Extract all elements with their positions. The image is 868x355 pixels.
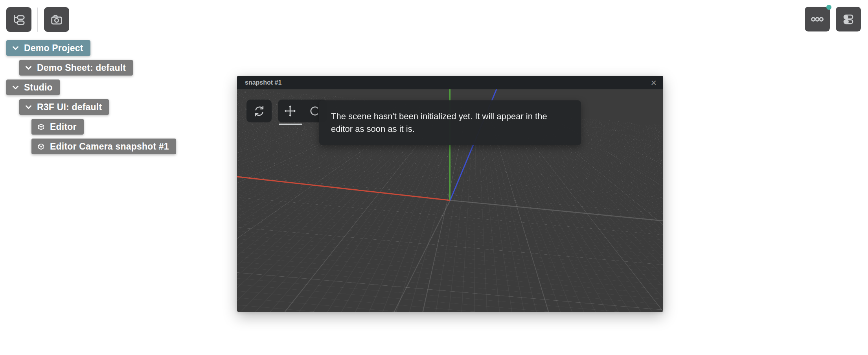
tree-item-label: R3F UI: default bbox=[37, 102, 102, 113]
refresh-button[interactable] bbox=[246, 100, 272, 122]
viewport-3d[interactable]: The scene hasn't been initialized yet. I… bbox=[237, 89, 663, 312]
tree-item-label: Demo Project bbox=[24, 43, 83, 54]
cube-icon bbox=[37, 123, 45, 131]
tree-item-label: Editor Camera snapshot #1 bbox=[50, 141, 169, 152]
chevron-down-icon bbox=[25, 105, 32, 109]
x-axis-line bbox=[237, 177, 450, 200]
panel-title: snapshot #1 bbox=[245, 79, 281, 86]
grid-major-line bbox=[450, 200, 663, 221]
scene-tooltip-text: The scene hasn't been initialized yet. I… bbox=[331, 111, 547, 134]
viewport-toolbar bbox=[246, 100, 327, 122]
chevron-down-icon bbox=[25, 66, 32, 70]
tree-item-demo-project[interactable]: Demo Project bbox=[6, 40, 90, 56]
rotate-icon bbox=[309, 105, 320, 117]
cube-icon bbox=[37, 143, 45, 150]
snapshot-panel: snapshot #1 × bbox=[237, 76, 663, 312]
toolbar-divider bbox=[37, 7, 38, 32]
toggles-icon bbox=[841, 12, 855, 26]
tree-item-demo-sheet[interactable]: Demo Sheet: default bbox=[19, 60, 133, 76]
chevron-down-icon bbox=[12, 46, 19, 50]
tree-item-studio[interactable]: Studio bbox=[6, 80, 60, 95]
active-tool-indicator bbox=[279, 124, 302, 125]
snapshot-camera-button[interactable] bbox=[44, 7, 69, 32]
move-tool-button[interactable] bbox=[278, 100, 302, 122]
outline-tree: Demo Project Demo Sheet: default Studio … bbox=[6, 40, 176, 158]
ellipsis-icon bbox=[810, 12, 824, 26]
tree-item-label: Studio bbox=[24, 82, 53, 93]
move-icon bbox=[284, 105, 296, 117]
tree-item-label: Editor bbox=[50, 122, 77, 132]
top-toolbar-right bbox=[805, 7, 861, 31]
camera-icon bbox=[50, 13, 64, 27]
scene-tooltip: The scene hasn't been initialized yet. I… bbox=[319, 100, 581, 145]
tree-item-r3f-ui[interactable]: R3F UI: default bbox=[19, 99, 109, 115]
ui-settings-button[interactable] bbox=[836, 7, 861, 31]
refresh-icon bbox=[253, 105, 265, 117]
top-toolbar-left bbox=[6, 7, 69, 32]
outline-menu-button[interactable] bbox=[6, 7, 31, 32]
close-button[interactable]: × bbox=[649, 78, 658, 88]
outline-tree-icon bbox=[12, 13, 26, 27]
notification-badge bbox=[826, 5, 831, 10]
chevron-down-icon bbox=[12, 85, 19, 90]
grid-major-line bbox=[394, 200, 450, 312]
tree-item-editor-camera-snapshot[interactable]: Editor Camera snapshot #1 bbox=[31, 139, 176, 154]
snapshot-panel-header[interactable]: snapshot #1 × bbox=[237, 76, 663, 89]
more-options-button[interactable] bbox=[805, 7, 830, 31]
tree-item-label: Demo Sheet: default bbox=[37, 63, 126, 73]
app-root: Demo Project Demo Sheet: default Studio … bbox=[0, 0, 868, 355]
tree-item-editor[interactable]: Editor bbox=[31, 119, 84, 135]
